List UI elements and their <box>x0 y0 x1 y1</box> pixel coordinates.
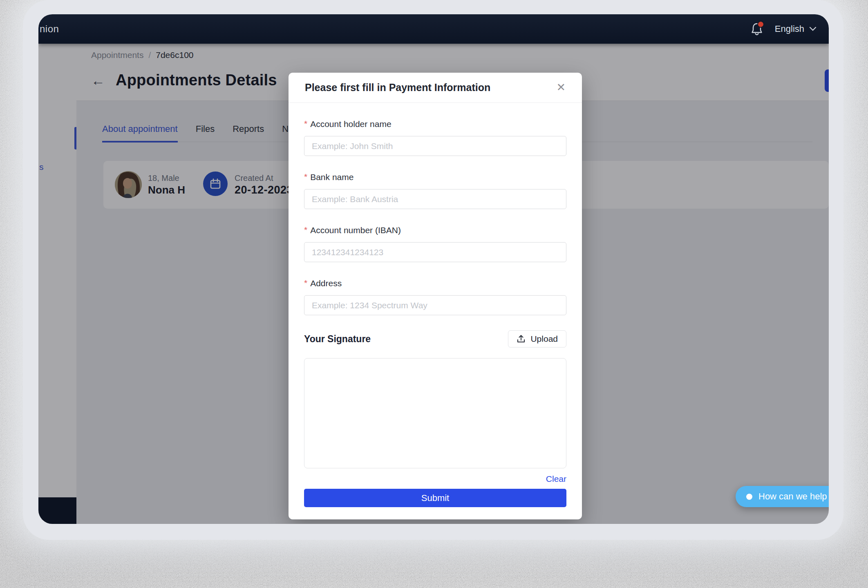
chat-status-dot <box>746 494 752 500</box>
chat-widget-button[interactable]: How can we help you? <box>736 486 829 507</box>
required-asterisk: * <box>304 225 307 234</box>
field-bank-name: *Bank name <box>304 172 566 209</box>
field-label: *Account holder name <box>304 118 566 129</box>
language-selector[interactable]: English <box>775 24 817 34</box>
signature-canvas[interactable] <box>304 358 566 468</box>
field-account-number-iban: *Account number (IBAN) <box>304 225 566 262</box>
required-asterisk: * <box>304 119 307 128</box>
account-holder-name-input[interactable] <box>304 136 566 156</box>
iban-input[interactable] <box>304 242 566 262</box>
field-label: *Account number (IBAN) <box>304 225 566 236</box>
payment-information-modal: Please first fill in Payment Information… <box>289 73 582 519</box>
app-logo: nion <box>38 23 59 35</box>
upload-icon <box>517 334 526 343</box>
signature-section-label: Your Signature <box>304 334 371 345</box>
app-window: nion English s <box>38 14 829 524</box>
language-label: English <box>775 24 804 34</box>
required-asterisk: * <box>304 172 307 181</box>
field-label: *Bank name <box>304 172 566 183</box>
required-asterisk: * <box>304 278 307 287</box>
backdrop: nion English s <box>0 0 868 588</box>
address-input[interactable] <box>304 295 566 315</box>
upload-label: Upload <box>530 334 558 344</box>
modal-title: Please first fill in Payment Information <box>305 82 490 94</box>
field-address: *Address <box>304 278 566 315</box>
notification-badge <box>757 21 764 28</box>
bank-name-input[interactable] <box>304 189 566 209</box>
chevron-down-icon <box>809 27 817 31</box>
top-navbar: nion English <box>38 14 829 44</box>
field-label: *Address <box>304 278 566 289</box>
notifications-bell-button[interactable] <box>750 22 763 36</box>
close-icon[interactable]: ✕ <box>556 82 566 93</box>
field-account-holder-name: *Account holder name <box>304 118 566 156</box>
upload-signature-button[interactable]: Upload <box>508 330 566 347</box>
submit-button[interactable]: Submit <box>304 489 566 507</box>
chat-widget-label: How can we help you? <box>758 491 829 502</box>
clear-signature-link[interactable]: Clear <box>546 474 566 483</box>
